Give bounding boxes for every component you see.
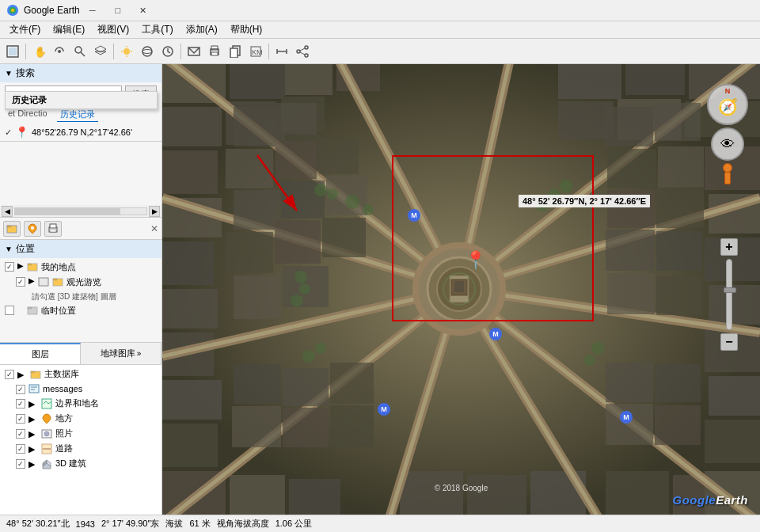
menu-tools[interactable]: 工具(T): [135, 21, 179, 39]
layer-maindb-checkbox[interactable]: [5, 370, 14, 379]
zoom-in-button[interactable]: +: [720, 238, 738, 256]
minimize-button[interactable]: ─: [80, 0, 105, 21]
new-folder-btn[interactable]: [3, 221, 21, 237]
layer-roads[interactable]: ▶ 道路: [0, 441, 162, 456]
layer-3d-expand[interactable]: ▶: [28, 459, 38, 469]
layer-maindb-label: 主数据库: [44, 368, 79, 380]
svg-rect-73: [285, 64, 332, 95]
menu-view[interactable]: 视图(V): [91, 21, 135, 39]
layer-photos-expand[interactable]: ▶: [28, 429, 38, 439]
layer-photos-checkbox[interactable]: [16, 429, 25, 439]
svg-point-59: [44, 431, 49, 436]
scroll-thumb[interactable]: [15, 208, 120, 215]
toolbar-history-btn[interactable]: [158, 42, 177, 61]
scroll-right-btn[interactable]: ▶: [149, 206, 160, 217]
temp-label[interactable]: 临时位置: [41, 305, 76, 317]
svg-point-173: [363, 204, 374, 215]
layer-messages[interactable]: messages: [0, 382, 162, 396]
toolbar-copy-btn[interactable]: [226, 42, 245, 61]
tab-layers[interactable]: 图层: [0, 343, 81, 364]
street-view-pegman[interactable]: [721, 163, 734, 185]
search-header[interactable]: ▼ 搜索: [0, 64, 162, 82]
toolbar-rotate-btn[interactable]: [50, 42, 69, 61]
toolbar-layers-btn[interactable]: [91, 42, 110, 61]
tourism-sublabel: 請勾選 [3D 建築物] 圖層: [32, 292, 116, 301]
layer-places[interactable]: ▶ 地方: [0, 411, 162, 426]
myplaces-checkbox[interactable]: [5, 262, 14, 272]
svg-rect-85: [162, 289, 218, 329]
svg-rect-40: [50, 230, 56, 232]
temp-checkbox[interactable]: [5, 306, 14, 315]
location-header[interactable]: ▼ 位置: [0, 240, 162, 258]
zoom-slider-thumb[interactable]: [724, 287, 736, 293]
svg-point-171: [327, 188, 338, 200]
print-btn[interactable]: [44, 221, 62, 237]
toolbar-zoom-btn[interactable]: [70, 42, 89, 61]
tab-earth-gallery[interactable]: 地球图库 »: [81, 343, 162, 364]
menu-add[interactable]: 添加(A): [180, 21, 224, 39]
layer-3d-checkbox[interactable]: [16, 459, 25, 469]
layer-photos[interactable]: ▶ 照片: [0, 426, 162, 441]
layer-section: ▶ 主数据库 messages ▶: [0, 364, 162, 515]
maximize-button[interactable]: □: [105, 0, 131, 21]
map-area[interactable]: 48° 52' 26.79″N, 2° 17' 42.66″E 📍 M M M …: [162, 64, 760, 515]
close-button[interactable]: ✕: [131, 0, 156, 21]
svg-rect-22: [211, 52, 218, 55]
layer-roads-expand[interactable]: ▶: [28, 444, 38, 454]
zoom-out-button[interactable]: −: [720, 333, 738, 351]
tree-item-temp[interactable]: ▶ 临时位置: [0, 303, 162, 318]
toolbar-print-btn[interactable]: [205, 42, 224, 61]
svg-rect-145: [226, 232, 273, 273]
toolbar-email-btn[interactable]: [184, 42, 203, 61]
history-header[interactable]: 历史记录: [6, 92, 157, 109]
svg-point-32: [305, 54, 308, 57]
panel-close-btn[interactable]: ✕: [150, 223, 158, 234]
layer-3d-icon: [41, 458, 52, 469]
svg-rect-45: [53, 279, 57, 280]
history-dropdown: 历史记录: [5, 91, 158, 110]
svg-rect-139: [226, 149, 273, 188]
myplaces-expander[interactable]: ▶: [17, 261, 24, 270]
status-year: 1943: [76, 519, 95, 529]
compass[interactable]: N 🧭: [707, 84, 748, 125]
toolbar-planet-btn[interactable]: [138, 42, 157, 61]
scroll-left-btn[interactable]: ◀: [2, 206, 13, 217]
tab-layers-label: 图层: [32, 348, 49, 360]
layer-photos-label: 照片: [55, 428, 73, 439]
svg-rect-148: [234, 276, 281, 319]
left-scrollbar[interactable]: ◀ ▶: [0, 205, 162, 218]
menu-file[interactable]: 文件(F): [3, 21, 47, 39]
layer-borders-checkbox[interactable]: [16, 399, 25, 408]
layer-messages-checkbox[interactable]: [16, 385, 25, 394]
toolbar-hand-btn[interactable]: ✋: [29, 42, 48, 61]
new-placemark-btn[interactable]: [24, 221, 41, 237]
tilt-button[interactable]: 👁: [711, 127, 744, 161]
toolbar-map-btn[interactable]: [3, 42, 22, 61]
layer-3dbuildings[interactable]: ▶ 3D 建筑: [0, 456, 162, 471]
layer-places-expand[interactable]: ▶: [28, 414, 38, 424]
tree-item-myplaces[interactable]: ▶ 我的地点: [0, 260, 162, 275]
toolbar-measure-btn[interactable]: [272, 42, 291, 61]
layer-roads-checkbox[interactable]: [16, 444, 25, 454]
layer-borders[interactable]: ▶ 边界和地名: [0, 396, 162, 411]
zoom-minus-icon: −: [725, 335, 732, 349]
layer-main-db[interactable]: ▶ 主数据库: [0, 367, 162, 382]
svg-text:▶: ▶: [28, 459, 36, 469]
toolbar-sun-btn[interactable]: [117, 42, 136, 61]
myplaces-label[interactable]: 我的地点: [41, 261, 76, 273]
toolbar-share-btn[interactable]: [293, 42, 312, 61]
svg-point-11: [124, 48, 130, 55]
tree-item-tourism[interactable]: ▶ 观光游览: [0, 275, 162, 290]
tourism-expander[interactable]: ▶: [28, 276, 35, 285]
toolbar-kml-btn[interactable]: KML: [246, 42, 265, 61]
tourism-label[interactable]: 观光游览: [66, 276, 101, 288]
menu-edit[interactable]: 编辑(E): [47, 21, 91, 39]
tourism-checkbox[interactable]: [16, 277, 25, 287]
layer-expand-icon[interactable]: ▶: [17, 370, 27, 379]
layer-places-checkbox[interactable]: [16, 414, 25, 424]
result-coords: 48°52'26.79 N,2°17'42.66': [32, 127, 132, 137]
menu-help[interactable]: 帮助(H): [224, 21, 269, 39]
zoom-slider-track[interactable]: [726, 259, 732, 330]
layer-borders-expand[interactable]: ▶: [28, 399, 38, 408]
svg-rect-169: [655, 405, 701, 445]
